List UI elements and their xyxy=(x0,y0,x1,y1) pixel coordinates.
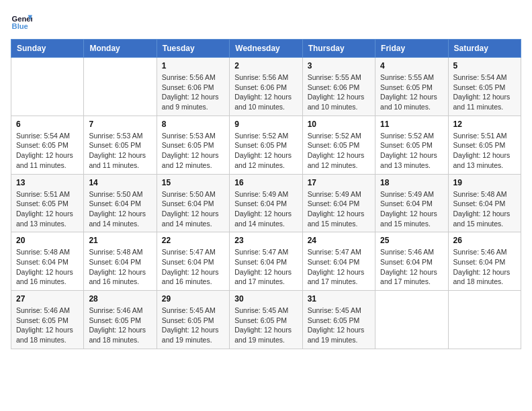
day-info: Sunrise: 5:46 AMSunset: 6:04 PMDaylight:… xyxy=(453,247,516,287)
day-info: Sunrise: 5:48 AMSunset: 6:04 PMDaylight:… xyxy=(453,189,516,229)
day-info: Sunrise: 5:47 AMSunset: 6:04 PMDaylight:… xyxy=(162,247,224,287)
calendar-header-row: SundayMondayTuesdayWednesdayThursdayFrid… xyxy=(11,40,521,58)
calendar-cell: 5Sunrise: 5:54 AMSunset: 6:05 PMDaylight… xyxy=(448,58,521,116)
day-number: 21 xyxy=(89,236,151,245)
day-info: Sunrise: 5:54 AMSunset: 6:05 PMDaylight:… xyxy=(16,131,79,171)
day-info: Sunrise: 5:56 AMSunset: 6:06 PMDaylight:… xyxy=(234,73,297,112)
calendar-cell: 22Sunrise: 5:47 AMSunset: 6:04 PMDayligh… xyxy=(157,232,229,291)
day-number: 11 xyxy=(380,120,443,129)
day-number: 24 xyxy=(308,236,370,245)
day-info: Sunrise: 5:49 AMSunset: 6:04 PMDaylight:… xyxy=(234,189,297,229)
calendar-cell: 21Sunrise: 5:48 AMSunset: 6:04 PMDayligh… xyxy=(84,232,157,291)
day-info: Sunrise: 5:45 AMSunset: 6:05 PMDaylight:… xyxy=(234,306,297,345)
day-number: 15 xyxy=(162,178,224,187)
calendar-cell: 11Sunrise: 5:52 AMSunset: 6:05 PMDayligh… xyxy=(375,116,448,174)
calendar-cell: 31Sunrise: 5:45 AMSunset: 6:05 PMDayligh… xyxy=(302,291,375,349)
day-info: Sunrise: 5:55 AMSunset: 6:06 PMDaylight:… xyxy=(308,73,370,112)
calendar-table: SundayMondayTuesdayWednesdayThursdayFrid… xyxy=(11,39,521,349)
day-number: 2 xyxy=(234,61,297,71)
weekday-header: Wednesday xyxy=(230,40,302,58)
day-info: Sunrise: 5:45 AMSunset: 6:05 PMDaylight:… xyxy=(162,306,224,345)
day-info: Sunrise: 5:47 AMSunset: 6:04 PMDaylight:… xyxy=(234,247,297,287)
weekday-header: Monday xyxy=(84,40,157,58)
calendar-cell: 26Sunrise: 5:46 AMSunset: 6:04 PMDayligh… xyxy=(448,232,521,291)
day-number: 7 xyxy=(89,120,151,129)
day-info: Sunrise: 5:50 AMSunset: 6:04 PMDaylight:… xyxy=(89,189,151,229)
day-info: Sunrise: 5:54 AMSunset: 6:05 PMDaylight:… xyxy=(453,73,516,112)
calendar-cell: 23Sunrise: 5:47 AMSunset: 6:04 PMDayligh… xyxy=(230,232,302,291)
calendar-cell: 6Sunrise: 5:54 AMSunset: 6:05 PMDaylight… xyxy=(11,116,84,174)
weekday-header: Thursday xyxy=(302,40,375,58)
calendar-cell: 18Sunrise: 5:49 AMSunset: 6:04 PMDayligh… xyxy=(375,174,448,232)
day-info: Sunrise: 5:48 AMSunset: 6:04 PMDaylight:… xyxy=(16,247,79,287)
day-number: 8 xyxy=(162,120,224,129)
day-number: 13 xyxy=(16,178,79,187)
day-number: 31 xyxy=(308,294,370,304)
day-number: 29 xyxy=(162,294,224,304)
weekday-header: Tuesday xyxy=(157,40,229,58)
day-info: Sunrise: 5:50 AMSunset: 6:04 PMDaylight:… xyxy=(162,189,224,229)
day-number: 18 xyxy=(380,178,443,187)
day-number: 26 xyxy=(453,236,516,245)
calendar-cell: 10Sunrise: 5:52 AMSunset: 6:05 PMDayligh… xyxy=(302,116,375,174)
calendar-cell: 30Sunrise: 5:45 AMSunset: 6:05 PMDayligh… xyxy=(230,291,302,349)
day-info: Sunrise: 5:49 AMSunset: 6:04 PMDaylight:… xyxy=(380,189,443,229)
logo-icon: General Blue xyxy=(11,11,32,32)
day-number: 25 xyxy=(380,236,443,245)
day-number: 5 xyxy=(453,61,516,71)
day-info: Sunrise: 5:46 AMSunset: 6:04 PMDaylight:… xyxy=(380,247,443,287)
logo: General Blue xyxy=(11,11,35,32)
day-number: 9 xyxy=(234,120,297,129)
calendar-week-row: 27Sunrise: 5:46 AMSunset: 6:05 PMDayligh… xyxy=(11,291,521,349)
calendar-cell: 7Sunrise: 5:53 AMSunset: 6:05 PMDaylight… xyxy=(84,116,157,174)
svg-text:Blue: Blue xyxy=(12,22,28,30)
calendar-cell xyxy=(448,291,521,349)
day-info: Sunrise: 5:45 AMSunset: 6:05 PMDaylight:… xyxy=(308,306,370,345)
calendar-cell: 24Sunrise: 5:47 AMSunset: 6:04 PMDayligh… xyxy=(302,232,375,291)
day-number: 10 xyxy=(308,120,370,129)
day-info: Sunrise: 5:52 AMSunset: 6:05 PMDaylight:… xyxy=(380,131,443,171)
calendar-cell: 4Sunrise: 5:55 AMSunset: 6:05 PMDaylight… xyxy=(375,58,448,116)
day-number: 4 xyxy=(380,61,443,71)
calendar-cell: 25Sunrise: 5:46 AMSunset: 6:04 PMDayligh… xyxy=(375,232,448,291)
day-info: Sunrise: 5:49 AMSunset: 6:04 PMDaylight:… xyxy=(308,189,370,229)
day-info: Sunrise: 5:53 AMSunset: 6:05 PMDaylight:… xyxy=(162,131,224,171)
calendar-cell: 28Sunrise: 5:46 AMSunset: 6:05 PMDayligh… xyxy=(84,291,157,349)
day-number: 27 xyxy=(16,294,79,304)
day-number: 6 xyxy=(16,120,79,129)
calendar-week-row: 6Sunrise: 5:54 AMSunset: 6:05 PMDaylight… xyxy=(11,116,521,174)
day-number: 17 xyxy=(308,178,370,187)
day-number: 28 xyxy=(89,294,151,304)
calendar-cell: 3Sunrise: 5:55 AMSunset: 6:06 PMDaylight… xyxy=(302,58,375,116)
calendar-week-row: 13Sunrise: 5:51 AMSunset: 6:05 PMDayligh… xyxy=(11,174,521,232)
calendar-cell: 12Sunrise: 5:51 AMSunset: 6:05 PMDayligh… xyxy=(448,116,521,174)
calendar-cell xyxy=(11,58,84,116)
calendar-cell: 16Sunrise: 5:49 AMSunset: 6:04 PMDayligh… xyxy=(230,174,302,232)
calendar-cell: 20Sunrise: 5:48 AMSunset: 6:04 PMDayligh… xyxy=(11,232,84,291)
weekday-header: Saturday xyxy=(448,40,521,58)
calendar-week-row: 1Sunrise: 5:56 AMSunset: 6:06 PMDaylight… xyxy=(11,58,521,116)
day-info: Sunrise: 5:52 AMSunset: 6:05 PMDaylight:… xyxy=(234,131,297,171)
calendar-cell: 19Sunrise: 5:48 AMSunset: 6:04 PMDayligh… xyxy=(448,174,521,232)
day-info: Sunrise: 5:53 AMSunset: 6:05 PMDaylight:… xyxy=(89,131,151,171)
day-info: Sunrise: 5:46 AMSunset: 6:05 PMDaylight:… xyxy=(89,306,151,345)
day-number: 23 xyxy=(234,236,297,245)
calendar-cell: 9Sunrise: 5:52 AMSunset: 6:05 PMDaylight… xyxy=(230,116,302,174)
calendar-cell: 14Sunrise: 5:50 AMSunset: 6:04 PMDayligh… xyxy=(84,174,157,232)
calendar-cell: 8Sunrise: 5:53 AMSunset: 6:05 PMDaylight… xyxy=(157,116,229,174)
day-info: Sunrise: 5:46 AMSunset: 6:05 PMDaylight:… xyxy=(16,306,79,345)
calendar-cell: 29Sunrise: 5:45 AMSunset: 6:05 PMDayligh… xyxy=(157,291,229,349)
day-info: Sunrise: 5:51 AMSunset: 6:05 PMDaylight:… xyxy=(453,131,516,171)
calendar-cell: 17Sunrise: 5:49 AMSunset: 6:04 PMDayligh… xyxy=(302,174,375,232)
day-info: Sunrise: 5:48 AMSunset: 6:04 PMDaylight:… xyxy=(89,247,151,287)
day-number: 30 xyxy=(234,294,297,304)
day-info: Sunrise: 5:56 AMSunset: 6:06 PMDaylight:… xyxy=(162,73,224,112)
calendar-cell: 27Sunrise: 5:46 AMSunset: 6:05 PMDayligh… xyxy=(11,291,84,349)
weekday-header: Sunday xyxy=(11,40,84,58)
day-number: 22 xyxy=(162,236,224,245)
weekday-header: Friday xyxy=(375,40,448,58)
day-number: 20 xyxy=(16,236,79,245)
day-number: 3 xyxy=(308,61,370,71)
calendar-cell: 1Sunrise: 5:56 AMSunset: 6:06 PMDaylight… xyxy=(157,58,229,116)
day-info: Sunrise: 5:55 AMSunset: 6:05 PMDaylight:… xyxy=(380,73,443,112)
